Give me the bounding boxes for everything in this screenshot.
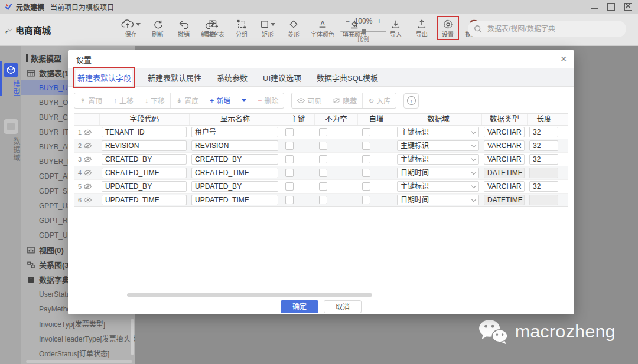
move-up-button[interactable]: ↑上移 — [108, 93, 139, 108]
field-code-input[interactable]: TENANT_ID — [102, 127, 187, 137]
data-domain-select[interactable]: 主键标识 — [397, 181, 479, 192]
notnull-checkbox[interactable] — [319, 155, 327, 163]
minimize-icon[interactable] — [591, 4, 598, 10]
move-down-button[interactable]: ↓下移 — [139, 93, 170, 108]
data-domain-select[interactable]: 主键标识 — [397, 140, 479, 151]
import-button[interactable]: 导入 — [387, 18, 405, 38]
dialog-horizontal-scrollbar[interactable] — [127, 293, 372, 297]
eye-off-icon[interactable] — [84, 197, 92, 203]
data-type-input[interactable]: VARCHAR — [484, 140, 525, 151]
tab-new-table-default-props[interactable]: 新建表默认属性 — [148, 72, 201, 83]
data-type-input[interactable]: DATETIME — [484, 168, 525, 178]
store-to-db-button[interactable]: ↻入库 — [362, 93, 396, 108]
display-name-input[interactable]: UPDATED_BY — [191, 181, 278, 192]
sidebar-item-dict[interactable]: InvoiceTyp[发票类型] — [21, 316, 135, 331]
sidebar-item-dict[interactable]: InvoiceHeaderType[发票抬头类型] — [21, 331, 135, 346]
zoom-slider-handle[interactable] — [362, 29, 366, 34]
rail-label-model[interactable]: 模型 — [0, 80, 21, 97]
pk-checkbox[interactable] — [285, 169, 294, 177]
font-color-button[interactable]: A 字体颜色 — [311, 18, 334, 38]
add-row-dropdown[interactable] — [236, 93, 252, 108]
autoincr-checkbox[interactable] — [362, 128, 370, 136]
data-domain-select[interactable]: 日期时间 — [397, 168, 479, 178]
pk-checkbox[interactable] — [285, 182, 294, 191]
delete-row-button[interactable]: −删除 — [252, 93, 284, 108]
notnull-checkbox[interactable] — [319, 169, 327, 177]
new-empty-table-button[interactable]: 新建空表 — [201, 18, 224, 38]
hidden-button[interactable]: 隐藏 — [327, 93, 362, 108]
notnull-checkbox[interactable] — [319, 128, 327, 136]
pk-checkbox[interactable] — [285, 142, 294, 150]
data-type-input[interactable]: VARCHAR — [484, 154, 525, 165]
pk-checkbox[interactable] — [285, 155, 294, 163]
length-input[interactable]: 32 — [529, 127, 558, 137]
undo-button[interactable]: 撤销 — [175, 18, 193, 38]
zoom-slider[interactable] — [340, 31, 386, 32]
field-code-input[interactable]: UPDATED_BY — [102, 181, 187, 192]
dialog-close-icon[interactable]: ✕ — [560, 54, 567, 64]
back-breadcrumb[interactable]: ‹ 电商商城 — [8, 24, 51, 36]
autoincr-checkbox[interactable] — [362, 196, 370, 204]
tab-ui-suggestions[interactable]: UI建议选项 — [263, 72, 301, 83]
move-bottom-button[interactable]: ↡置底 — [170, 93, 204, 108]
zoom-out-button[interactable]: − — [346, 17, 350, 25]
display-name-input[interactable]: UPDATED_TIME — [191, 195, 278, 205]
notnull-checkbox[interactable] — [319, 142, 327, 150]
back-chevron-icon[interactable]: ‹ — [8, 27, 12, 31]
eye-off-icon[interactable] — [84, 156, 92, 162]
add-row-button[interactable]: +新增 — [204, 93, 236, 108]
pk-checkbox[interactable] — [285, 128, 294, 136]
visible-button[interactable]: 可见 — [292, 93, 327, 108]
tab-system-params[interactable]: 系统参数 — [217, 72, 248, 83]
length-input[interactable]: 32 — [529, 140, 558, 151]
sidebar-item-dict[interactable]: OrderStatus[订单状态] — [21, 346, 135, 360]
save-button[interactable]: 保存 — [121, 18, 141, 38]
eye-off-icon[interactable] — [84, 183, 92, 189]
field-code-input[interactable]: UPDATED_TIME — [102, 195, 187, 205]
eye-off-icon[interactable] — [84, 129, 92, 135]
field-code-input[interactable]: CREATED_BY — [102, 154, 187, 165]
search-input[interactable] — [486, 24, 613, 34]
diamond-button[interactable]: 菱形 — [285, 18, 302, 38]
rectangle-button[interactable]: 矩形 — [259, 18, 276, 38]
notnull-checkbox[interactable] — [319, 182, 327, 191]
export-button[interactable]: 导出 — [413, 18, 431, 38]
length-input[interactable] — [529, 195, 558, 205]
rail-label-data-domain[interactable]: 数据域 — [0, 137, 21, 162]
move-top-button[interactable]: ↟置顶 — [74, 93, 108, 108]
sidebar-horizontal-scrollbar[interactable] — [26, 360, 132, 363]
zoom-in-button[interactable]: + — [377, 17, 381, 25]
data-type-input[interactable]: DATETIME — [484, 195, 525, 205]
settings-button[interactable]: 设置 — [439, 18, 457, 38]
pk-checkbox[interactable] — [285, 196, 294, 204]
cancel-button[interactable]: 取消 — [324, 300, 362, 313]
sidebar-vertical-scrollbar[interactable] — [131, 319, 134, 355]
field-code-input[interactable]: REVISION — [102, 140, 187, 151]
close-window-icon[interactable] — [624, 3, 632, 11]
autoincr-checkbox[interactable] — [362, 169, 370, 177]
eye-off-icon[interactable] — [84, 143, 92, 149]
refresh-button[interactable]: 刷新 — [149, 18, 167, 38]
length-input[interactable]: 32 — [529, 181, 558, 192]
tab-new-table-default-fields[interactable]: 新建表默认字段 — [76, 70, 132, 86]
rail-item-data-domain[interactable] — [4, 119, 18, 134]
notnull-checkbox[interactable] — [319, 196, 327, 204]
autoincr-checkbox[interactable] — [362, 142, 370, 150]
autoincr-checkbox[interactable] — [362, 155, 370, 163]
maximize-icon[interactable] — [607, 3, 615, 11]
data-domain-select[interactable]: 主键标识 — [397, 154, 479, 165]
display-name-input[interactable]: REVISION — [191, 140, 278, 151]
rail-item-model[interactable] — [4, 63, 18, 77]
display-name-input[interactable]: CREATED_TIME — [191, 168, 278, 178]
display-name-input[interactable]: 租户号 — [191, 127, 278, 137]
field-code-input[interactable]: CREATED_TIME — [102, 168, 187, 178]
autoincr-checkbox[interactable] — [362, 182, 370, 191]
eye-off-icon[interactable] — [84, 170, 92, 176]
data-type-input[interactable]: VARCHAR — [484, 127, 525, 137]
length-input[interactable] — [529, 168, 558, 178]
ok-button[interactable]: 确定 — [281, 300, 318, 313]
data-type-input[interactable]: VARCHAR — [484, 181, 525, 192]
data-domain-select[interactable]: 日期时间 — [397, 195, 479, 205]
info-button[interactable]: i — [403, 93, 419, 109]
group-button[interactable]: 分组 — [233, 18, 250, 38]
